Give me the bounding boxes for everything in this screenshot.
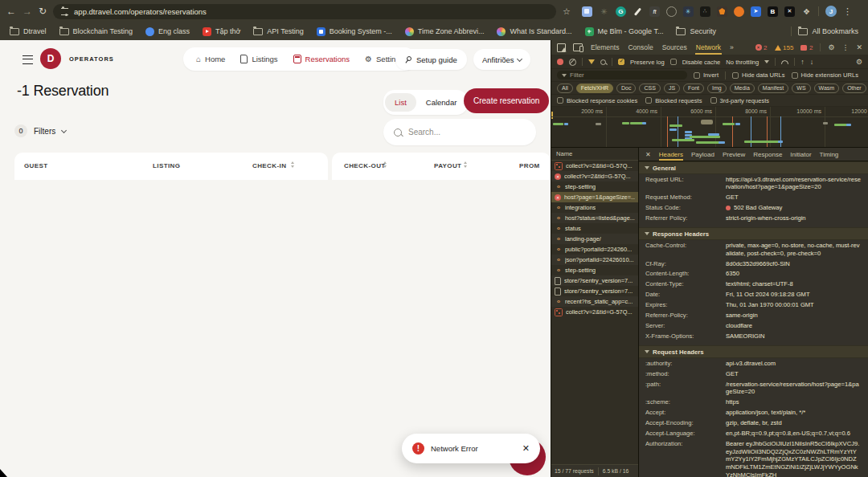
nav-listings[interactable]: Listings [240, 55, 277, 63]
section-general[interactable]: General [639, 161, 868, 174]
extension-icon[interactable]: ➤ [751, 6, 761, 17]
warning-count-badge[interactable]: 155 [775, 44, 794, 51]
bookmark-star-icon[interactable]: ☆ [563, 6, 571, 17]
invert-checkbox[interactable] [694, 72, 700, 79]
network-overview-timeline[interactable]: 2000 ms 4000 ms 6000 ms 8000 ms 10000 ms… [551, 107, 868, 148]
bookmark-item[interactable]: What Is Standard... [497, 27, 571, 36]
address-bar[interactable]: app.dtravel.com/operators/reservations [53, 4, 556, 19]
toast-close-icon[interactable]: ✕ [522, 443, 530, 454]
invert-filter[interactable]: Invert [694, 71, 719, 79]
export-har-icon[interactable]: ↓ [810, 58, 814, 66]
calendar-view-tab[interactable]: Calendar [416, 93, 467, 112]
hide-extension-urls[interactable]: Hide extension URLs [792, 71, 858, 79]
inspect-element-icon[interactable] [557, 43, 566, 52]
preserve-log-checkbox[interactable] [618, 59, 624, 65]
tab-headers[interactable]: Headers [659, 148, 683, 161]
tab-network[interactable]: Network [695, 40, 722, 55]
grammarly-extension-icon[interactable]: G [616, 6, 626, 17]
network-settings-icon[interactable]: ⚙ [856, 58, 862, 66]
hamburger-menu-icon[interactable] [23, 55, 33, 64]
list-view-tab[interactable]: List [385, 93, 416, 112]
hide-data-urls-checkbox[interactable] [732, 72, 739, 79]
forward-icon[interactable]: → [23, 6, 32, 16]
nav-reservations[interactable]: Reservations [293, 55, 350, 63]
request-row[interactable]: ‹›landing-page/ [551, 234, 638, 244]
checkbox[interactable] [710, 97, 717, 104]
request-row[interactable]: collect?v=2&tid=G-57Q... [551, 307, 638, 317]
reload-icon[interactable]: ↻ [39, 6, 47, 16]
filter-icon[interactable] [588, 59, 595, 64]
chip-manifest[interactable]: Manifest [758, 84, 788, 93]
profile-avatar[interactable]: J [825, 6, 837, 17]
chip-other[interactable]: Other [842, 84, 866, 93]
checkbox[interactable] [557, 97, 563, 104]
section-response-headers[interactable]: Response Headers [639, 227, 868, 240]
bookmark-item[interactable]: Security [676, 27, 716, 35]
column-payout[interactable]: PAYOUT [434, 162, 461, 169]
request-row[interactable]: ‹›recent?hs_static_app=c... [551, 296, 638, 307]
request-row[interactable]: ‹›json?portalId=22426010... [551, 255, 638, 265]
chip-media[interactable]: Media [730, 84, 755, 93]
import-har-icon[interactable]: ↑ [800, 58, 805, 66]
network-conditions-icon[interactable] [781, 60, 788, 64]
search-icon[interactable] [600, 59, 606, 65]
chip-fetch-xhr[interactable]: Fetch/XHR [576, 84, 613, 93]
request-row[interactable]: ‹›step-setting [551, 181, 638, 192]
tab-initiator[interactable]: Initiator [790, 148, 811, 161]
create-reservation-button[interactable]: Create reservation [464, 88, 549, 113]
devtools-menu-icon[interactable]: ⋮ [841, 43, 849, 51]
sort-icon[interactable] [383, 161, 387, 168]
sort-icon[interactable] [464, 161, 467, 168]
bookmark-item[interactable]: Eng class [145, 27, 190, 36]
bookmark-item[interactable]: Mẹ Bỉm - Google T... [585, 27, 664, 36]
column-checkin[interactable]: CHECK-IN [252, 162, 286, 169]
setup-guide-button[interactable]: Setup guide [395, 49, 467, 70]
bookmark-item[interactable]: Blockchain Testing [59, 27, 133, 35]
inspector-close-icon[interactable]: ✕ [645, 151, 651, 158]
extension-icon[interactable]: ✕ [784, 6, 795, 17]
extension-icon[interactable]: ✳ [599, 6, 609, 17]
bookmark-item[interactable]: Time Zone Abbrevi... [405, 27, 485, 36]
third-party-requests[interactable]: 3rd-party requests [710, 97, 770, 104]
chip-ws[interactable]: WS [792, 84, 810, 93]
request-row[interactable]: collect?v=2&tid=G-57Q... [551, 161, 638, 171]
tab-response[interactable]: Response [753, 148, 782, 161]
extension-icon[interactable]: ∴ [700, 6, 710, 17]
request-row[interactable]: ‹›status [551, 223, 638, 234]
back-icon[interactable]: ← [6, 6, 16, 16]
request-list-header[interactable]: Name [551, 148, 638, 161]
column-checkout[interactable]: CHECK-OUT [344, 162, 386, 169]
bookmark-item[interactable]: Booking System -... [317, 27, 392, 36]
site-settings-icon[interactable] [61, 8, 68, 15]
tab-console[interactable]: Console [627, 40, 653, 55]
filter-input[interactable]: Filter [557, 71, 687, 80]
request-row[interactable]: ✕collect?v=2&tid=G-57Q... [551, 171, 638, 181]
url-text[interactable]: app.dtravel.com/operators/reservations [74, 7, 207, 16]
devtools-close-icon[interactable]: ✕ [856, 43, 862, 51]
tab-timing[interactable]: Timing [820, 148, 839, 161]
hide-data-urls[interactable]: Hide data URLs [732, 71, 785, 79]
checkbox[interactable] [645, 97, 652, 104]
search-input[interactable]: Search... [383, 119, 536, 145]
record-network-log-icon[interactable] [557, 59, 563, 65]
request-row-selected[interactable]: ✕host?page=1&pageSize=... [551, 192, 638, 202]
devtools-settings-icon[interactable]: ⚙ [828, 43, 834, 51]
issues-badge[interactable]: 2 [800, 44, 813, 51]
sort-icon[interactable] [291, 161, 294, 168]
clear-network-log-icon[interactable] [569, 59, 576, 66]
extension-icon[interactable]: B [768, 6, 778, 17]
chip-js[interactable]: JS [664, 84, 680, 93]
bookmark-item[interactable]: API Testing [253, 27, 303, 35]
host-selector-dropdown[interactable]: Anfitriões [473, 49, 530, 70]
metamask-extension-icon[interactable] [717, 6, 727, 17]
chip-img[interactable]: Img [707, 84, 727, 93]
tab-payload[interactable]: Payload [691, 148, 714, 161]
chip-css[interactable]: CSS [639, 84, 660, 93]
bookmark-item[interactable]: Dtravel [10, 27, 47, 35]
all-bookmarks-button[interactable]: All Bookmarks [798, 27, 858, 35]
tab-elements[interactable]: Elements [590, 40, 620, 55]
extension-icon[interactable]: ✳ [683, 6, 694, 17]
extension-icon[interactable]: ft [649, 6, 660, 17]
blocked-requests[interactable]: Blocked requests [645, 97, 702, 104]
blocked-response-cookies[interactable]: Blocked response cookies [557, 97, 637, 104]
